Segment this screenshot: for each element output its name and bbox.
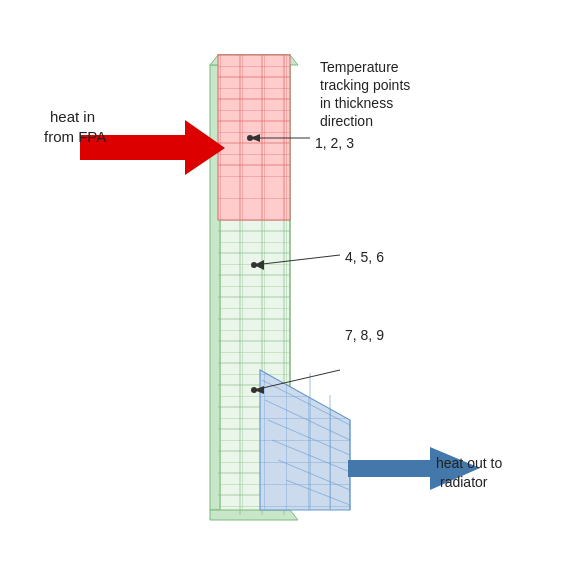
points-789-label: 7, 8, 9	[345, 327, 384, 343]
heat-in-label2: from FPA	[44, 128, 106, 145]
temp-tracking-label3: in thickness	[320, 95, 393, 111]
points-456-label: 4, 5, 6	[345, 249, 384, 265]
points-123-label: 1, 2, 3	[315, 135, 354, 151]
temp-tracking-label4: direction	[320, 113, 373, 129]
svg-marker-19	[210, 510, 298, 520]
temp-tracking-label: Temperature	[320, 59, 399, 75]
diagram-canvas: Temperature tracking points in thickness…	[0, 0, 567, 570]
svg-marker-53	[260, 370, 350, 510]
heat-out-label2: radiator	[440, 474, 488, 490]
temp-tracking-label2: tracking points	[320, 77, 410, 93]
heat-in-label: heat in	[50, 108, 95, 125]
heat-out-label: heat out to	[436, 455, 502, 471]
